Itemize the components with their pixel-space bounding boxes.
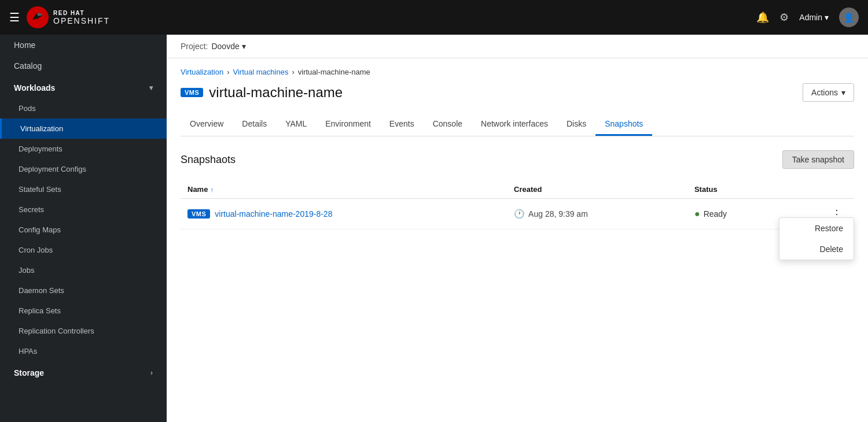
sidebar-item-cron-jobs[interactable]: Cron Jobs	[0, 240, 167, 260]
snapshots-table-head: Name ↑ Created Status	[181, 180, 854, 199]
snapshot-name-link[interactable]: virtual-machine-name-2019-8-28	[215, 209, 332, 219]
sidebar-pods-label: Pods	[19, 104, 36, 113]
snapshot-restore-menuitem[interactable]: Restore	[779, 218, 854, 239]
snapshot-name-cell: VMS virtual-machine-name-2019-8-28	[181, 199, 507, 229]
tab-yaml-label: YAML	[285, 119, 307, 128]
breadcrumb-virtualization-link[interactable]: Virtualization	[181, 68, 223, 76]
tab-snapshots[interactable]: Snapshots	[595, 113, 652, 136]
th-created: Created	[507, 180, 687, 199]
tab-environment-label: Environment	[325, 119, 371, 128]
sidebar-section-workloads[interactable]: Workloads ▾	[0, 76, 167, 98]
tab-overview[interactable]: Overview	[181, 113, 233, 136]
settings-gear-icon[interactable]: ⚙	[779, 11, 789, 24]
admin-label: Admin	[799, 13, 822, 22]
snapshots-section-title: Snapshaots	[181, 154, 236, 166]
tab-disks-label: Disks	[567, 119, 586, 128]
avatar-icon: 👤	[843, 12, 855, 23]
hamburger-menu-icon[interactable]: ☰	[9, 10, 20, 24]
tab-disks[interactable]: Disks	[557, 113, 595, 136]
top-navigation: ☰ RED HAT OPENSHIFT 🔔 ⚙ Admin ▾ 👤	[0, 0, 868, 35]
page-header: VMS virtual-machine-name Actions ▾	[181, 83, 854, 102]
sidebar-section-storage[interactable]: Storage ›	[0, 361, 167, 383]
tab-yaml[interactable]: YAML	[276, 113, 316, 136]
sidebar-item-daemon-sets[interactable]: Daemon Sets	[0, 280, 167, 301]
breadcrumb-virtual-machines-link[interactable]: Virtual machines	[233, 68, 289, 76]
snapshot-delete-menuitem[interactable]: Delete	[779, 239, 854, 260]
sidebar-jobs-label: Jobs	[19, 266, 34, 275]
snapshots-section-header: Snapshaots Take snapshot	[181, 150, 854, 169]
sidebar-workloads-label: Workloads	[14, 83, 55, 92]
actions-chevron-icon: ▾	[841, 88, 845, 97]
project-name-selector[interactable]: Doovde ▾	[211, 42, 245, 51]
sidebar-item-pods[interactable]: Pods	[0, 98, 167, 119]
admin-chevron-icon: ▾	[825, 13, 829, 22]
sidebar-item-config-maps[interactable]: Config Maps	[0, 220, 167, 240]
tabs-bar: Overview Details YAML Environment Events…	[181, 113, 854, 136]
sidebar-cron-jobs-label: Cron Jobs	[19, 246, 53, 254]
snapshots-table: Name ↑ Created Status VMS	[181, 180, 854, 229]
chevron-down-icon: ▾	[149, 84, 153, 92]
sidebar-daemon-sets-label: Daemon Sets	[19, 286, 64, 295]
sidebar-storage-label: Storage	[14, 368, 44, 377]
take-snapshot-button[interactable]: Take snapshot	[782, 150, 854, 169]
tab-events[interactable]: Events	[380, 113, 424, 136]
breadcrumb-current: virtual-machine-name	[298, 68, 370, 76]
sidebar-deployments-label: Deployments	[19, 145, 62, 153]
tab-network-interfaces-label: Network interfaces	[481, 119, 548, 128]
project-chevron-icon: ▾	[242, 42, 246, 51]
project-bar: Project: Doovde ▾	[167, 35, 868, 58]
sidebar-item-replica-sets[interactable]: Replica Sets	[0, 301, 167, 321]
app-layout: Home Catalog Workloads ▾ Pods Virtualiza…	[0, 0, 868, 422]
sidebar-item-replication-controllers[interactable]: Replication Controllers	[0, 321, 167, 341]
snapshot-status-text: Ready	[704, 209, 727, 219]
th-name: Name ↑	[181, 180, 507, 199]
table-row: VMS virtual-machine-name-2019-8-28 🕐 Aug…	[181, 199, 854, 229]
actions-dropdown-button[interactable]: Actions ▾	[803, 83, 854, 102]
admin-menu[interactable]: Admin ▾	[799, 13, 829, 22]
user-avatar[interactable]: 👤	[839, 8, 859, 27]
page-title: virtual-machine-name	[209, 84, 343, 101]
th-actions	[783, 180, 854, 199]
sidebar-item-secrets[interactable]: Secrets	[0, 199, 167, 220]
snapshots-table-body: VMS virtual-machine-name-2019-8-28 🕐 Aug…	[181, 199, 854, 229]
th-status: Status	[687, 180, 783, 199]
actions-label: Actions	[811, 88, 838, 97]
sidebar-workloads-children: Pods Virtualization Deployments Deployme…	[0, 98, 167, 361]
clock-icon: 🕐	[514, 209, 525, 219]
tab-console[interactable]: Console	[424, 113, 472, 136]
sidebar-item-deployments[interactable]: Deployments	[0, 139, 167, 159]
sort-ascending-icon[interactable]: ↑	[210, 186, 214, 193]
sidebar-item-jobs[interactable]: Jobs	[0, 260, 167, 280]
sidebar-item-home[interactable]: Home	[0, 35, 167, 55]
sidebar-item-hpas[interactable]: HPAs	[0, 341, 167, 361]
snapshot-vms-badge: VMS	[187, 209, 210, 219]
th-name-label: Name	[187, 185, 208, 194]
breadcrumb-sep1: ›	[227, 68, 229, 76]
sidebar-hpas-label: HPAs	[19, 347, 37, 356]
tab-console-label: Console	[433, 119, 462, 128]
tab-overview-label: Overview	[190, 119, 223, 128]
sidebar: Home Catalog Workloads ▾ Pods Virtualiza…	[0, 35, 167, 422]
breadcrumb: Virtualization › Virtual machines › virt…	[181, 68, 854, 76]
snapshot-status-cell: ● Ready	[687, 199, 783, 229]
main-content: Project: Doovde ▾ Virtualization › Virtu…	[167, 35, 868, 422]
sidebar-item-catalog[interactable]: Catalog	[0, 55, 167, 76]
tab-details[interactable]: Details	[233, 113, 276, 136]
sidebar-item-deployment-configs[interactable]: Deployment Configs	[0, 159, 167, 179]
tab-snapshots-label: Snapshots	[605, 119, 643, 128]
table-header-row: Name ↑ Created Status	[181, 180, 854, 199]
sidebar-item-virtualization[interactable]: Virtualization	[0, 119, 167, 139]
project-label: Project:	[181, 42, 208, 51]
breadcrumb-sep2: ›	[292, 68, 294, 76]
sidebar-catalog-label: Catalog	[14, 61, 42, 71]
tab-environment[interactable]: Environment	[316, 113, 380, 136]
chevron-right-icon: ›	[150, 369, 153, 377]
snapshot-actions-cell: ⋮ Restore Delete	[783, 199, 854, 229]
notification-bell-icon[interactable]: 🔔	[756, 11, 769, 24]
tab-network-interfaces[interactable]: Network interfaces	[472, 113, 557, 136]
status-ready-icon: ●	[694, 209, 700, 219]
logo: RED HAT OPENSHIFT	[27, 6, 110, 28]
topnav-right-controls: 🔔 ⚙ Admin ▾ 👤	[756, 8, 859, 27]
snapshot-created-text: Aug 28, 9:39 am	[528, 209, 588, 219]
sidebar-item-stateful-sets[interactable]: Stateful Sets	[0, 179, 167, 199]
